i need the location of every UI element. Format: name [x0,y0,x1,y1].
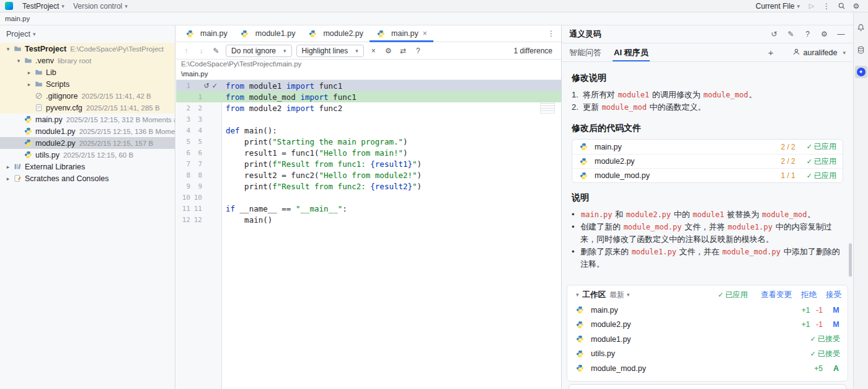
diff-file-path: E:\CodeSpace\Py\TestProject\main.py [176,60,561,69]
code-line-7[interactable]: 66 result1 = func1("Hello from main!") [176,147,561,158]
token-str: "__main__" [296,204,342,213]
tree-item-external-libraries[interactable]: ▸External Libraries [0,161,175,172]
code-line-6[interactable]: 55 print("Starting the main program.") [176,136,561,147]
workspace-file-module2-py[interactable]: module2.py+1-1M [567,318,848,333]
history-icon[interactable]: ↺ [769,30,779,38]
navigation-bar: main.py [0,12,868,25]
inline-code: module1.py [631,248,677,256]
swap-sides-icon[interactable]: ⇄ [398,47,409,55]
token-txt: print( [226,159,272,169]
modified-file-module2-py[interactable]: module2.py2 / 2✓已应用 [572,154,843,168]
chevron-down-icon[interactable]: ▾ [4,46,12,52]
user-account-menu[interactable]: auralifede▾ [792,43,846,61]
run-config-selector[interactable]: Current File ▾ [752,1,804,11]
tree-item-pyvenv-cfg[interactable]: pyvenv.cfg2025/2/15 11:41, 285 B [0,102,175,114]
next-difference-icon[interactable]: ↓ [196,47,206,55]
tree-item-venv[interactable]: ▾.venvlibrary root [0,55,175,66]
token-str: " [412,159,417,169]
tab-options-icon[interactable]: ⋮ [541,29,561,38]
revert-change-icon[interactable]: ↺ [204,82,210,90]
tree-item-scripts[interactable]: ▸Scripts [0,78,175,90]
code-editor[interactable]: 1↺✓from module1 import func11from module… [176,80,561,389]
workspace-file-module-mod-py[interactable]: module_mod.py+5A [567,361,848,376]
code-line-1[interactable]: 1↺✓from module1 import func1 [176,80,561,91]
code-line-5[interactable]: 44def main(): [176,125,561,136]
token-txt: ) [403,137,408,146]
project-switcher[interactable]: TestProject ▾ [19,1,68,11]
help-icon[interactable]: ? [413,47,423,55]
edit-icon[interactable]: ✎ [211,47,221,55]
editor-tab-main-py-0[interactable]: main.py [179,25,234,42]
code-line-4[interactable]: 33 [176,114,561,125]
ai-assistant-icon[interactable]: ✦ [855,66,867,78]
database-icon[interactable] [855,43,867,56]
vcs-status-flag: M [832,306,840,315]
scrollbar-thumb[interactable] [849,243,852,277]
tree-item-module2-py[interactable]: module2.py2025/2/15 12:15, 157 B [0,137,175,149]
more-actions-button[interactable]: ⋮ [820,2,833,11]
workspace-file-main-py[interactable]: main.py+1-1M [567,303,848,318]
view-changes-link[interactable]: 查看变更 [761,290,792,300]
chevron-right-icon[interactable]: ▸ [4,164,12,170]
tree-item-lib[interactable]: ▸Lib [0,66,175,78]
code-line-13[interactable]: 1212 main() [176,214,561,225]
inline-code: module_mod.py [623,223,683,231]
notifications-icon[interactable] [855,21,867,34]
chevron-right-icon[interactable]: ▸ [4,176,12,182]
tree-item-scratches-and-consoles[interactable]: ▸Scratches and Consoles [0,172,175,184]
collapse-chevron-icon[interactable]: ▾ [576,292,579,298]
highlight-mode-select[interactable]: Highlight lines ▾ [296,45,364,57]
chevron-down-icon: ▾ [797,3,800,9]
reject-link[interactable]: 拒绝 [801,290,817,300]
close-tab-icon[interactable]: × [423,29,427,38]
workspace-filter-select[interactable]: 最新 ▾ [609,290,630,300]
run-button[interactable]: ▷ [805,2,818,10]
project-panel-header[interactable]: Project ▾ [0,25,175,43]
pycharm-logo-icon[interactable] [5,2,13,10]
minimize-icon[interactable]: — [836,30,846,38]
ignore-policy-select[interactable]: Do not ignore ▾ [226,45,292,57]
code-line-3[interactable]: 22from module2 import func2 [176,102,561,114]
workspace-file-module1-py[interactable]: module1.py✓已接受 [567,332,848,347]
ai-tab-1[interactable]: AI 程序员 [614,43,649,61]
breadcrumb[interactable]: main.py [5,15,30,22]
line-number-left: 2 [179,104,190,112]
code-line-11[interactable]: 1010 [176,192,561,203]
help-icon[interactable]: ? [803,30,812,38]
collapse-icon[interactable]: × [368,47,379,55]
ai-tab-0[interactable]: 智能问答 [569,43,601,61]
new-chat-icon[interactable]: ✎ [786,30,795,38]
editor-tab-module2-py-2[interactable]: module2.py [301,25,370,42]
chevron-right-icon[interactable]: ▸ [25,81,33,87]
tree-item-testproject[interactable]: ▾TestProjectE:\CodeSpace\Py\TestProject [0,43,175,55]
file-name: main.py [595,143,622,151]
settings-button[interactable]: ⚙ [849,2,863,11]
modified-file-module-mod-py[interactable]: module_mod.py1 / 1✓已应用 [572,168,843,182]
code-line-2[interactable]: 1from module_mod import func1 [176,91,561,102]
modified-file-main-py[interactable]: main.py2 / 2✓已应用 [572,140,843,154]
code-line-9[interactable]: 88 result2 = func2("Hello from module2!"… [176,169,561,181]
note-text: main.py 和 module2.py 中的 module1 被替换为 mod… [580,208,815,221]
workspace-file-utils-py[interactable]: utils.py✓已接受 [567,347,848,362]
diff-settings-icon[interactable]: ⚙ [383,47,394,55]
settings-icon[interactable]: ⚙ [820,30,829,38]
new-session-icon[interactable]: + [762,47,780,58]
previous-difference-icon[interactable]: ↑ [181,47,192,55]
code-line-12[interactable]: 1111if __name__ == "__main__": [176,203,561,214]
code-line-8[interactable]: 77 print(f"Result from func1: {result1}"… [176,158,561,169]
tree-item-module1-py[interactable]: module1.py2025/2/15 12:15, 136 B Moments… [0,125,175,137]
search-everywhere-button[interactable] [835,2,848,10]
chat-input[interactable] [568,384,847,389]
editor-tab-main-py-3[interactable]: main.py× [370,25,433,42]
accept-link[interactable]: 接受 [826,290,841,300]
tree-item-gitignore[interactable]: .gitignore2025/2/15 11:41, 42 B [0,90,175,102]
vcs-widget[interactable]: Version control ▾ [69,1,131,11]
code-line-10[interactable]: 99 print(f"Result from func2: {result2}"… [176,181,561,192]
tree-item-main-py[interactable]: main.py2025/2/15 12:15, 312 B Moments ag… [0,114,175,125]
tree-item-utils-py[interactable]: utils.py2025/2/15 12:15, 60 B [0,149,175,161]
apply-change-icon[interactable]: ✓ [212,82,218,90]
text-fragment: 中的函数定义。 [647,102,706,112]
editor-tab-module1-py-1[interactable]: module1.py [234,25,302,42]
chevron-down-icon[interactable]: ▾ [14,58,23,64]
chevron-right-icon[interactable]: ▸ [25,69,33,76]
